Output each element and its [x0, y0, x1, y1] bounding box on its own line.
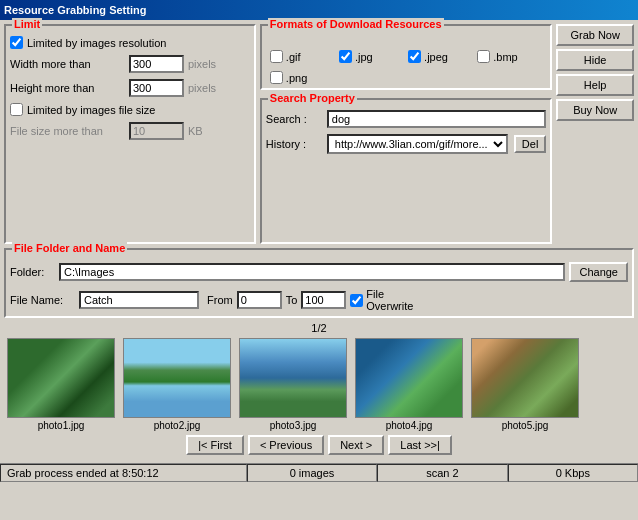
- format-jpeg: .jpeg: [408, 50, 473, 63]
- folder-row: Folder: Change: [10, 262, 628, 282]
- height-input[interactable]: [129, 79, 184, 97]
- del-button[interactable]: Del: [514, 135, 547, 153]
- format-png-row: .png: [266, 71, 547, 84]
- filename-row: File Name: From To File Overwrite: [10, 288, 628, 312]
- grab-now-button[interactable]: Grab Now: [556, 24, 634, 46]
- width-input[interactable]: [129, 55, 184, 73]
- search-input[interactable]: [327, 110, 547, 128]
- title-bar: Resource Grabbing Setting: [0, 0, 638, 20]
- folder-label: Folder:: [10, 266, 55, 278]
- filesize-unit: KB: [188, 125, 203, 137]
- thumbnail-2: photo2.jpg: [122, 338, 232, 431]
- last-button[interactable]: Last >>|: [388, 435, 452, 455]
- search-label: Search :: [266, 113, 321, 125]
- width-row: Width more than pixels: [10, 55, 250, 73]
- limit-filesize-checkbox[interactable]: [10, 103, 23, 116]
- width-label: Width more than: [10, 58, 125, 70]
- file-folder-panel-title: File Folder and Name: [12, 242, 127, 254]
- overwrite-row: File Overwrite: [350, 288, 431, 312]
- main-content: Limit Limited by images resolution Width…: [0, 20, 638, 463]
- thumbnail-image-1[interactable]: [7, 338, 115, 418]
- formats-panel: Formats of Download Resources .gif .jpg …: [260, 24, 553, 90]
- format-bmp: .bmp: [477, 50, 542, 63]
- thumbnail-label-1: photo1.jpg: [38, 420, 85, 431]
- to-label: To: [286, 294, 298, 306]
- thumbnails-row: photo1.jpg photo2.jpg photo3.jpg photo4.…: [4, 338, 634, 431]
- width-unit: pixels: [188, 58, 216, 70]
- format-png-label: .png: [286, 72, 307, 84]
- speed-status: 0 Kbps: [508, 464, 638, 482]
- thumbnail-image-3[interactable]: [239, 338, 347, 418]
- format-gif-checkbox[interactable]: [270, 50, 283, 63]
- format-gif-label: .gif: [286, 51, 301, 63]
- to-value-input[interactable]: [301, 291, 346, 309]
- format-jpeg-checkbox[interactable]: [408, 50, 421, 63]
- buy-now-button[interactable]: Buy Now: [556, 99, 634, 121]
- scan-status: scan 2: [377, 464, 507, 482]
- file-folder-panel: File Folder and Name Folder: Change File…: [4, 248, 634, 318]
- filename-input[interactable]: [79, 291, 199, 309]
- format-jpg: .jpg: [339, 50, 404, 63]
- from-value-input[interactable]: [237, 291, 282, 309]
- thumbnail-5: photo5.jpg: [470, 338, 580, 431]
- overwrite-checkbox[interactable]: [350, 294, 363, 307]
- format-jpg-label: .jpg: [355, 51, 373, 63]
- filesize-label: File size more than: [10, 125, 125, 137]
- search-row: Search :: [266, 110, 547, 128]
- thumbnail-label-5: photo5.jpg: [502, 420, 549, 431]
- thumbnail-label-4: photo4.jpg: [386, 420, 433, 431]
- help-button[interactable]: Help: [556, 74, 634, 96]
- grab-process-status: Grab process ended at 8:50:12: [0, 464, 247, 482]
- history-label: History :: [266, 138, 321, 150]
- limit-panel: Limit Limited by images resolution Width…: [4, 24, 256, 244]
- format-png-checkbox[interactable]: [270, 71, 283, 84]
- format-jpeg-label: .jpeg: [424, 51, 448, 63]
- thumbnail-3: photo3.jpg: [238, 338, 348, 431]
- status-bar: Grab process ended at 8:50:12 0 images s…: [0, 463, 638, 482]
- thumbnail-label-2: photo2.jpg: [154, 420, 201, 431]
- navigation-bar: |< First < Previous Next > Last >>|: [4, 435, 634, 455]
- from-label: From: [207, 294, 233, 306]
- thumbnail-image-2[interactable]: [123, 338, 231, 418]
- limit-resolution-row: Limited by images resolution: [10, 36, 250, 49]
- formats-panel-title: Formats of Download Resources: [268, 18, 444, 30]
- change-button[interactable]: Change: [569, 262, 628, 282]
- formats-grid: .gif .jpg .jpeg .bmp: [266, 46, 547, 67]
- limit-resolution-checkbox[interactable]: [10, 36, 23, 49]
- format-gif: .gif: [270, 50, 335, 63]
- thumbnail-4: photo4.jpg: [354, 338, 464, 431]
- history-row: History : http://www.3lian.com/gif/more.…: [266, 134, 547, 154]
- history-select[interactable]: http://www.3lian.com/gif/more...: [327, 134, 508, 154]
- limit-panel-title: Limit: [12, 18, 42, 30]
- filesize-row: File size more than KB: [10, 122, 250, 140]
- images-status: 0 images: [247, 464, 377, 482]
- overwrite-label: File Overwrite: [366, 288, 431, 312]
- height-row: Height more than pixels: [10, 79, 250, 97]
- filename-label: File Name:: [10, 294, 75, 306]
- title-label: Resource Grabbing Setting: [4, 4, 146, 16]
- search-panel: Search Property Search : History : http:…: [260, 98, 553, 244]
- limit-filesize-row: Limited by images file size: [10, 103, 250, 116]
- hide-button[interactable]: Hide: [556, 49, 634, 71]
- limit-resolution-label: Limited by images resolution: [27, 37, 166, 49]
- thumbnail-label-3: photo3.jpg: [270, 420, 317, 431]
- thumbnail-1: photo1.jpg: [6, 338, 116, 431]
- search-panel-title: Search Property: [268, 92, 357, 104]
- thumbnail-image-4[interactable]: [355, 338, 463, 418]
- pagination-label: 1/2: [4, 322, 634, 334]
- action-buttons: Grab Now Hide Help Buy Now: [556, 24, 634, 244]
- previous-button[interactable]: < Previous: [248, 435, 324, 455]
- height-unit: pixels: [188, 82, 216, 94]
- format-bmp-label: .bmp: [493, 51, 517, 63]
- filesize-input[interactable]: [129, 122, 184, 140]
- next-button[interactable]: Next >: [328, 435, 384, 455]
- height-label: Height more than: [10, 82, 125, 94]
- format-jpg-checkbox[interactable]: [339, 50, 352, 63]
- limit-filesize-label: Limited by images file size: [27, 104, 155, 116]
- folder-input[interactable]: [59, 263, 565, 281]
- format-bmp-checkbox[interactable]: [477, 50, 490, 63]
- first-button[interactable]: |< First: [186, 435, 244, 455]
- thumbnail-image-5[interactable]: [471, 338, 579, 418]
